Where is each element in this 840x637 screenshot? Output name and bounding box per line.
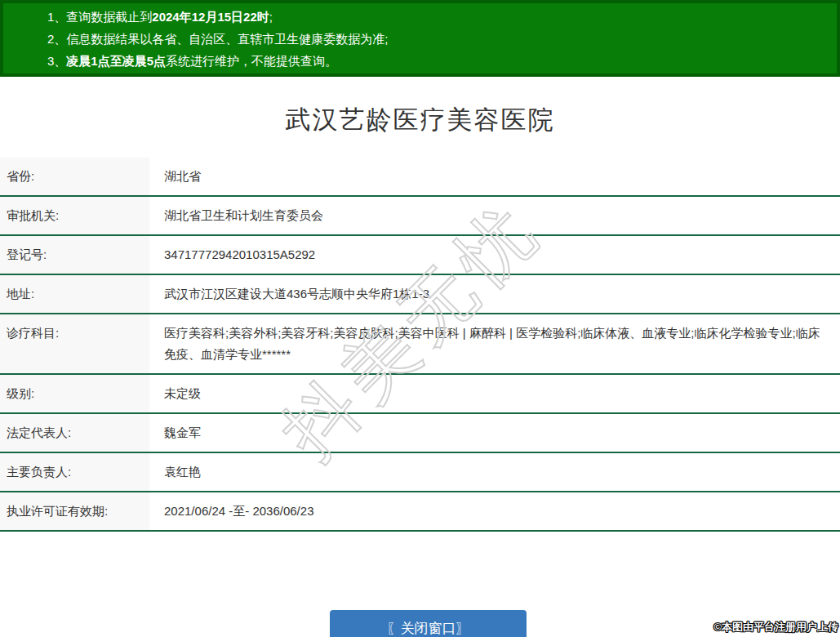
row-value: 未定级 (149, 375, 840, 412)
table-row-level: 级别: 未定级 (0, 375, 840, 414)
notice-line-2: 2、信息数据结果以各省、自治区、直辖市卫生健康委数据为准; (47, 28, 829, 50)
table-row-approval-authority: 审批机关: 湖北省卫生和计划生育委员会 (0, 197, 840, 236)
row-label: 诊疗科目: (0, 314, 149, 373)
table-row-address: 地址: 武汉市江汉区建设大道436号志顺中央华府1栋1-3 (0, 275, 840, 314)
row-label: 法定代表人: (0, 414, 149, 452)
row-value: 医疗美容科;美容外科;美容牙科;美容皮肤科;美容中医科 | 麻醉科 | 医学检验… (149, 314, 840, 373)
row-value: 魏金军 (149, 414, 840, 452)
table-row-province: 省份: 湖北省 (0, 158, 840, 197)
row-value: 袁红艳 (149, 453, 840, 491)
row-label: 级别: (0, 375, 149, 412)
row-label: 审批机关: (0, 197, 149, 234)
table-row-medical-subjects: 诊疗科目: 医疗美容科;美容外科;美容牙科;美容皮肤科;美容中医科 | 麻醉科 … (0, 314, 840, 375)
hospital-title: 武汉艺龄医疗美容医院 (0, 77, 840, 158)
notice-number: 3、 (47, 54, 66, 68)
notice-text: ; (269, 10, 273, 24)
notice-text: 信息数据结果以各省、自治区、直辖市卫生健康委数据为准; (66, 32, 388, 46)
notice-number: 1、 (47, 10, 66, 24)
notice-banner: 1、查询数据截止到2024年12月15日22时; 2、信息数据结果以各省、自治区… (0, 0, 840, 77)
table-row-legal-representative: 法定代表人: 魏金军 (0, 414, 840, 453)
close-window-button[interactable]: 〖关闭窗口〗 (330, 610, 527, 637)
row-value: 湖北省卫生和计划生育委员会 (149, 197, 840, 234)
hospital-info-table: 省份: 湖北省 审批机关: 湖北省卫生和计划生育委员会 登记号: 3471777… (0, 158, 840, 532)
notice-text-bold: 凌晨1点至凌晨5点 (66, 54, 166, 68)
row-value: 34717772942010315A5292 (149, 236, 840, 274)
notice-text: 查询数据截止到 (66, 10, 152, 24)
row-label: 省份: (0, 158, 149, 195)
row-label: 执业许可证有效期: (0, 492, 149, 530)
notice-line-1: 1、查询数据截止到2024年12月15日22时; (47, 6, 829, 28)
row-label: 地址: (0, 275, 149, 313)
table-row-license-validity: 执业许可证有效期: 2021/06/24 -至- 2036/06/23 (0, 492, 840, 532)
row-value: 湖北省 (149, 158, 840, 195)
notice-number: 2、 (47, 32, 66, 46)
notice-text-bold: 2024年12月15日22时 (152, 10, 269, 24)
copyright-watermark: ©本图由平台注册用户上传 (713, 620, 838, 635)
row-label: 登记号: (0, 236, 149, 274)
row-label: 主要负责人: (0, 453, 149, 491)
row-value: 2021/06/24 -至- 2036/06/23 (149, 492, 840, 530)
table-row-registration-number: 登记号: 34717772942010315A5292 (0, 236, 840, 275)
table-row-person-in-charge: 主要负责人: 袁红艳 (0, 453, 840, 492)
row-value: 武汉市江汉区建设大道436号志顺中央华府1栋1-3 (149, 275, 840, 313)
notice-line-3: 3、凌晨1点至凌晨5点系统进行维护，不能提供查询。 (47, 50, 829, 72)
query-result-page: 1、查询数据截止到2024年12月15日22时; 2、信息数据结果以各省、自治区… (0, 0, 840, 637)
notice-text: 系统进行维护，不能提供查询。 (166, 54, 337, 68)
